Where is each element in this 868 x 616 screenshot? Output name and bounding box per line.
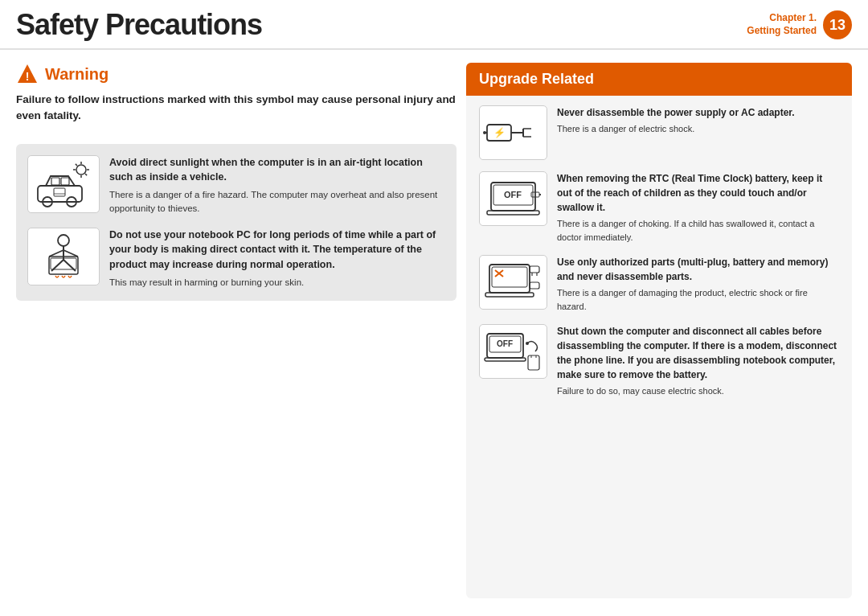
chapter-text: Chapter 1. Getting Started <box>747 12 817 37</box>
svg-line-7 <box>76 163 77 165</box>
list-item: Avoid direct sunlight when the computer … <box>27 155 445 216</box>
list-item: Do not use your notebook PC for long per… <box>27 228 445 290</box>
list-item: Use only authorized parts (multi-plug, b… <box>479 255 839 313</box>
svg-rect-52 <box>528 355 539 370</box>
upgrade-normal-1: There is a danger of electric shock. <box>557 122 839 136</box>
svg-rect-10 <box>51 178 59 185</box>
upgrade-normal-3: There is a danger of damaging the produc… <box>557 286 839 313</box>
item-image-1 <box>27 155 100 213</box>
svg-rect-40 <box>485 293 534 297</box>
svg-line-8 <box>85 174 87 175</box>
right-column: Upgrade Related ⚡ <box>466 63 852 598</box>
svg-rect-39 <box>492 267 527 287</box>
list-item: OFF When removing the RTC (Real Time Clo… <box>479 171 839 244</box>
page-title: Safety Precautions <box>16 8 262 42</box>
main-content: ! Warning Failure to follow instructions… <box>0 50 868 611</box>
svg-rect-35 <box>487 211 539 215</box>
chapter-badge: 13 <box>823 10 852 39</box>
svg-line-20 <box>49 250 63 257</box>
upgrade-items: ⚡ Never disassemble the power supply or … <box>466 96 852 408</box>
upgrade-normal-2: There is a danger of choking. If a child… <box>557 217 839 244</box>
upgrade-text-1: Never disassemble the power supply or AC… <box>557 105 839 136</box>
svg-point-2 <box>76 165 86 175</box>
item-text-1: Avoid direct sunlight when the computer … <box>109 155 445 216</box>
svg-rect-14 <box>54 188 65 196</box>
list-item: ⚡ Never disassemble the power supply or … <box>479 105 839 160</box>
warning-icon: ! <box>16 63 39 85</box>
upgrade-text-3: Use only authorized parts (multi-plug, b… <box>557 255 839 313</box>
upgrade-bold-2: When removing the RTC (Real Time Clock) … <box>557 171 839 215</box>
left-column: ! Warning Failure to follow instructions… <box>16 63 457 598</box>
svg-point-16 <box>58 235 69 246</box>
svg-point-30 <box>483 131 486 134</box>
list-item: OFF Shut down the computer and disconnec… <box>479 324 839 398</box>
upgrade-text-4: Shut down the computer and disconnect al… <box>557 324 839 398</box>
item-normal-2: This may result in harming or burning yo… <box>109 276 445 290</box>
item-image-2 <box>27 228 100 285</box>
svg-text:OFF: OFF <box>504 190 522 199</box>
warning-section: ! Warning Failure to follow instructions… <box>16 63 457 134</box>
svg-rect-37 <box>539 194 541 195</box>
upgrade-image-4: OFF <box>479 324 547 379</box>
svg-rect-38 <box>489 265 530 293</box>
upgrade-bold-4: Shut down the computer and disconnect al… <box>557 324 839 382</box>
svg-text:⚡: ⚡ <box>493 126 506 138</box>
page-header: Safety Precautions Chapter 1. Getting St… <box>0 0 868 50</box>
upgrade-bold-3: Use only authorized parts (multi-plug, b… <box>557 255 839 284</box>
svg-point-51 <box>526 342 529 345</box>
upgrade-image-3 <box>479 255 547 310</box>
upgrade-text-2: When removing the RTC (Real Time Clock) … <box>557 171 839 244</box>
svg-text:!: ! <box>26 70 30 83</box>
svg-rect-50 <box>485 358 526 361</box>
item-normal-1: There is a danger of a fire hazard. The … <box>109 188 445 216</box>
upgrade-image-1: ⚡ <box>479 105 547 160</box>
upgrade-header: Upgrade Related <box>466 63 852 96</box>
svg-rect-11 <box>61 178 69 185</box>
svg-text:OFF: OFF <box>497 339 513 348</box>
item-text-2: Do not use your notebook PC for long per… <box>109 228 445 290</box>
warning-label: Warning <box>45 65 108 84</box>
chapter-info: Chapter 1. Getting Started 13 <box>747 10 852 39</box>
warning-header: ! Warning <box>16 63 457 85</box>
item-bold-2: Do not use your notebook PC for long per… <box>109 228 445 273</box>
upgrade-normal-4: Failure to do so, may cause electric sho… <box>557 384 839 398</box>
item-bold-1: Avoid direct sunlight when the computer … <box>109 155 445 186</box>
svg-rect-46 <box>530 282 539 289</box>
warning-items-box: Avoid direct sunlight when the computer … <box>16 144 457 302</box>
svg-rect-43 <box>530 266 539 273</box>
upgrade-bold-1: Never disassemble the power supply or AC… <box>557 105 839 120</box>
svg-line-21 <box>63 250 78 257</box>
warning-description: Failure to follow instructions marked wi… <box>16 92 457 125</box>
upgrade-image-2: OFF <box>479 171 547 226</box>
